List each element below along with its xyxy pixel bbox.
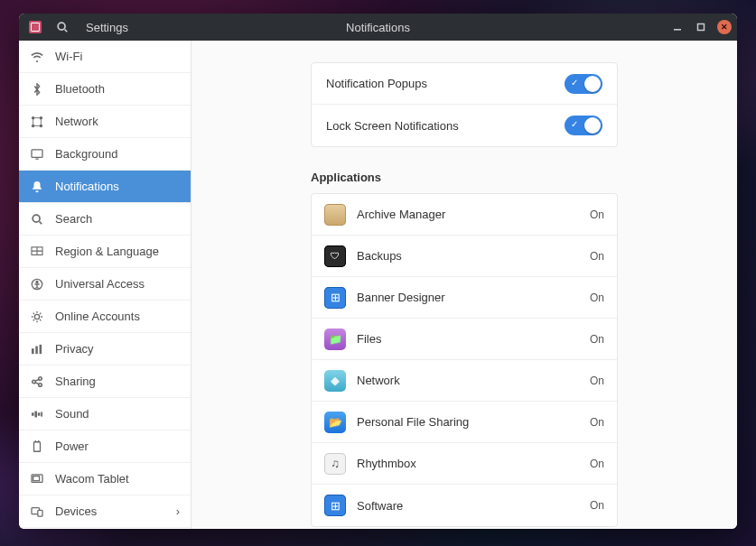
sidebar-item-label: Notifications (55, 180, 119, 193)
privacy-icon (30, 342, 44, 356)
sidebar-item-wi-fi[interactable]: Wi-Fi (19, 41, 191, 73)
sidebar-item-label: Sharing (55, 375, 96, 388)
app-icon (324, 287, 346, 309)
app-state-label: On (590, 416, 604, 429)
access-icon (30, 277, 44, 292)
app-name-label: Software (357, 499, 590, 513)
network-icon (30, 115, 44, 129)
notifications-panel: Notification PopupsLock Screen Notificat… (191, 41, 737, 529)
app-state-label: On (590, 499, 604, 512)
sidebar-item-label: Region & Language (55, 245, 159, 258)
app-row-software[interactable]: SoftwareOn (312, 485, 617, 526)
sound-icon (30, 407, 44, 421)
app-row-network[interactable]: NetworkOn (312, 360, 617, 402)
sidebar-item-label: Wi-Fi (55, 50, 82, 63)
app-name-label: Banner Designer (357, 291, 590, 304)
power-icon (30, 440, 44, 454)
toggle-switch[interactable] (565, 74, 602, 94)
search-icon[interactable] (55, 20, 70, 34)
app-state-label: On (590, 208, 604, 221)
svg-rect-25 (34, 441, 41, 451)
app-row-banner-designer[interactable]: Banner DesignerOn (312, 277, 617, 319)
sidebar-item-region-language[interactable]: Region & Language (19, 236, 191, 268)
wacom-icon (30, 472, 44, 486)
svg-rect-21 (32, 412, 34, 415)
settings-window: Settings Notifications ✕ Wi-FiBluetoothN… (19, 14, 737, 529)
app-name-label: Personal File Sharing (357, 415, 590, 429)
svg-rect-3 (698, 24, 705, 31)
wifi-icon (30, 50, 44, 64)
sidebar-item-label: Wacom Tablet (55, 472, 129, 486)
svg-point-14 (34, 314, 39, 319)
app-row-backups[interactable]: BackupsOn (312, 236, 617, 277)
sidebar-item-universal-access[interactable]: Universal Access (19, 268, 191, 301)
toggle-label: Lock Screen Notifications (326, 119, 565, 133)
sidebar-item-bluetooth[interactable]: Bluetooth (19, 73, 191, 106)
svg-rect-27 (33, 476, 40, 480)
svg-rect-24 (41, 412, 42, 416)
region-icon (30, 245, 44, 259)
toggle-row-notification-popups: Notification Popups (312, 63, 617, 105)
svg-point-9 (33, 215, 40, 222)
sidebar-item-label: Sound (55, 407, 89, 421)
close-button[interactable]: ✕ (717, 20, 732, 34)
app-name-label: Rhythmbox (357, 457, 590, 470)
sidebar-item-label: Power (55, 440, 89, 453)
minimize-button[interactable] (670, 20, 685, 34)
app-name-label: Files (357, 332, 590, 346)
svg-rect-22 (34, 411, 37, 417)
titlebar-app-label: Settings (86, 21, 128, 34)
toggle-switch[interactable] (565, 116, 602, 135)
sidebar-item-devices[interactable]: Devices› (19, 495, 191, 528)
sidebar-item-label: Privacy (55, 342, 94, 356)
bluetooth-icon (30, 82, 44, 97)
svg-rect-8 (32, 149, 42, 157)
svg-point-13 (36, 281, 38, 282)
applications-card: Archive ManagerOnBackupsOnBanner Designe… (311, 193, 618, 527)
svg-rect-2 (674, 29, 681, 31)
sidebar-item-label: Search (55, 212, 92, 226)
app-state-label: On (590, 250, 604, 263)
sidebar-item-online-accounts[interactable]: Online Accounts (19, 301, 191, 333)
app-row-archive-manager[interactable]: Archive ManagerOn (312, 194, 617, 236)
svg-rect-15 (32, 348, 34, 354)
app-icon (324, 370, 346, 392)
svg-rect-17 (40, 344, 42, 353)
svg-line-1 (65, 30, 68, 32)
svg-rect-29 (38, 510, 42, 516)
app-row-personal-file-sharing[interactable]: Personal File SharingOn (312, 402, 617, 443)
toggle-label: Notification Popups (326, 77, 565, 90)
titlebar: Settings Notifications ✕ (19, 14, 737, 41)
app-icon (324, 204, 346, 226)
online-icon (30, 310, 44, 324)
toggles-card: Notification PopupsLock Screen Notificat… (311, 62, 618, 147)
app-state-label: On (590, 458, 604, 470)
toggle-row-lock-screen-notifications: Lock Screen Notifications (312, 105, 617, 146)
maximize-button[interactable] (694, 20, 708, 34)
settings-sidebar: Wi-FiBluetoothNetworkBackgroundNotificat… (19, 41, 191, 529)
sidebar-item-privacy[interactable]: Privacy (19, 333, 191, 366)
sidebar-item-sound[interactable]: Sound (19, 398, 191, 430)
sidebar-item-label: Devices (55, 504, 97, 518)
sidebar-item-sharing[interactable]: Sharing (19, 366, 191, 398)
app-icon (324, 495, 346, 516)
sidebar-item-label: Bluetooth (55, 82, 105, 96)
svg-rect-16 (35, 346, 38, 354)
sidebar-item-notifications[interactable]: Notifications (19, 171, 191, 203)
sidebar-item-power[interactable]: Power (19, 430, 191, 463)
svg-point-18 (33, 380, 36, 384)
sidebar-item-wacom-tablet[interactable]: Wacom Tablet (19, 463, 191, 495)
sidebar-item-network[interactable]: Network (19, 106, 191, 138)
app-icon (324, 412, 346, 433)
sidebar-item-label: Background (55, 147, 117, 161)
sidebar-item-search[interactable]: Search (19, 203, 191, 236)
app-row-rhythmbox[interactable]: RhythmboxOn (312, 443, 617, 485)
app-name-label: Archive Manager (357, 208, 590, 221)
sidebar-item-label: Network (55, 115, 98, 128)
sidebar-item-background[interactable]: Background (19, 138, 191, 171)
applications-heading: Applications (311, 171, 618, 184)
app-row-files[interactable]: FilesOn (312, 319, 617, 360)
app-icon (324, 245, 346, 267)
app-name-label: Backups (357, 249, 590, 263)
svg-point-19 (39, 376, 42, 380)
